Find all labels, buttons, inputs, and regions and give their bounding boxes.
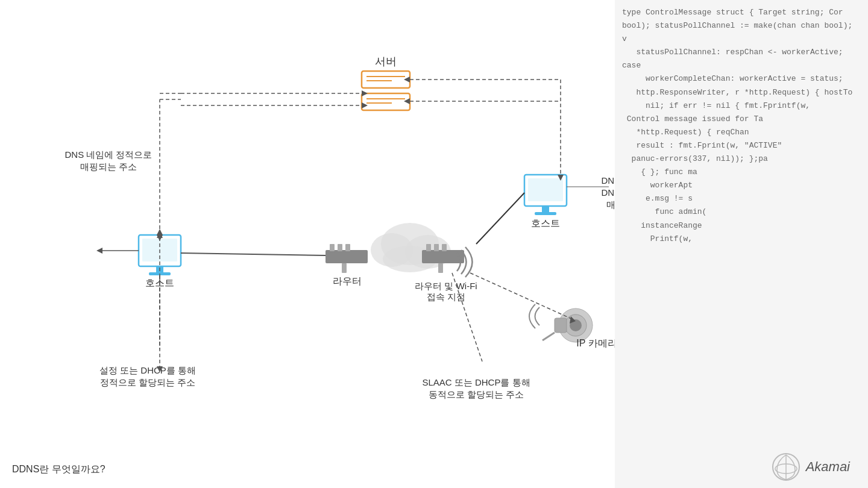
wifi-port2 xyxy=(434,244,439,251)
line-hostleft-router xyxy=(181,253,326,255)
label-dns-static-line2: 매핑되는 주소 xyxy=(80,161,137,172)
code-line: result : fmt.Fprint(w, "ACTIVE" xyxy=(622,139,861,152)
code-line: Printf(w, xyxy=(622,233,861,246)
server-icon-box2 xyxy=(362,93,410,110)
code-line: bool); statusPollChannel := make(chan ch… xyxy=(622,19,861,46)
ip-camera-label: IP 카메라 xyxy=(576,338,615,348)
arrow-wifi-to-camera xyxy=(470,273,573,319)
bottom-title: DDNS란 무엇일까요? xyxy=(12,463,105,476)
router-label: 라우터 xyxy=(333,276,362,286)
label-dynamic-addr-line1: SLAAC 또는 DHCP를 통해 xyxy=(422,377,530,387)
router-connector xyxy=(342,263,347,273)
ip-camera-icon xyxy=(529,304,593,342)
server-icon-box1 xyxy=(362,71,410,88)
diagram-svg: 서버 호스트 호스트 라우터 xyxy=(0,0,615,488)
host-right-screen xyxy=(528,178,563,201)
code-background: type ControlMessage struct { Target stri… xyxy=(615,0,868,488)
router-body xyxy=(326,250,368,263)
router-port3 xyxy=(345,244,350,251)
line-wifi-to-hostright xyxy=(476,193,524,244)
wifi-connector xyxy=(438,263,443,273)
label-static-addr-line1: 설정 또는 DHCP를 통해 xyxy=(99,365,196,375)
server-label: 서버 xyxy=(375,55,397,67)
code-line: type ControlMessage struct { Target stri… xyxy=(622,6,861,19)
router-port2 xyxy=(338,244,342,251)
router-port1 xyxy=(330,244,335,251)
code-line: *http.Request) { reqChan xyxy=(622,126,861,139)
wifi-port3 xyxy=(442,244,447,251)
label-dns-dynamic-line3: 매핑되는 동적 주소 xyxy=(606,199,615,210)
akamai-logo-icon xyxy=(771,452,801,482)
svg-line-8 xyxy=(542,333,555,340)
wifi-router-label-line1: 라우터 및 Wi-Fi xyxy=(415,281,477,291)
label-dynamic-addr-line2: 동적으로 할당되는 주소 xyxy=(429,389,524,399)
wifi-port1 xyxy=(426,244,431,251)
code-line: func admin( xyxy=(622,205,861,219)
code-line: e.msg != s xyxy=(622,192,861,205)
code-line: Control message issued for Ta xyxy=(622,113,861,126)
code-line: nil; if err != nil { fmt.Fprintf(w, xyxy=(622,99,861,113)
label-static-addr-line2: 정적으로 할당되는 주소 xyxy=(100,377,195,387)
akamai-logo: Akamai xyxy=(771,452,850,482)
code-line: { }; func ma xyxy=(622,166,861,179)
akamai-logo-text: Akamai xyxy=(806,459,850,475)
code-line: workerApt xyxy=(622,179,861,192)
wifi-router-body xyxy=(422,250,464,263)
host-right-base xyxy=(535,212,556,215)
host-right-label: 호스트 xyxy=(531,218,560,228)
diagram-area: 서버 호스트 호스트 라우터 xyxy=(0,0,615,488)
arrow-dns-static-head xyxy=(96,248,102,254)
code-line: instanceRange xyxy=(622,219,861,233)
svg-rect-7 xyxy=(555,318,567,333)
code-line: http.ResponseWriter, r *http.Request) { … xyxy=(622,86,861,99)
label-dns-static-line1: DNS 네임에 정적으로 xyxy=(64,149,152,160)
code-line: panuc-errors(337, nil)); };pa xyxy=(622,152,861,166)
label-dns-dynamic-line1: DNS 서버에 보고되고 xyxy=(601,175,615,186)
code-line: statusPollChannel: respChan <- workerAct… xyxy=(622,46,861,72)
host-right-stand xyxy=(542,206,549,212)
label-dns-dynamic-line2: DNS 네임에 동적으로 xyxy=(601,187,615,198)
code-line: workerCompleteChan: workerActive = statu… xyxy=(622,72,861,86)
wifi-router-label-line2: 접속 지점 xyxy=(427,292,465,302)
